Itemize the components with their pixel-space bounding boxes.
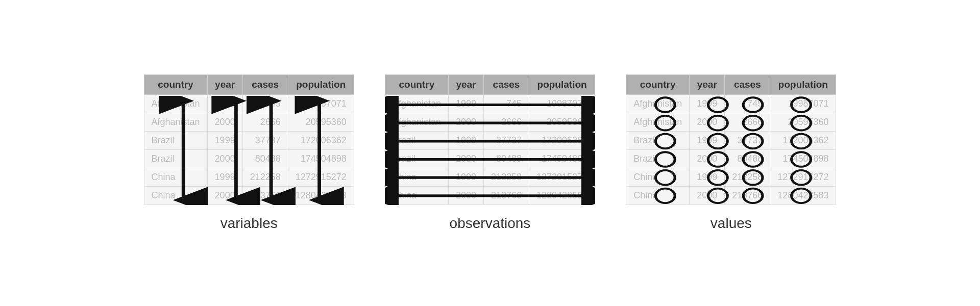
cell: 1280428583: [770, 187, 836, 205]
cell: 20595360: [529, 113, 595, 132]
cell: Brazil: [626, 132, 690, 150]
cell: 20595360: [288, 113, 354, 132]
cell: 2000: [448, 187, 483, 205]
cell: 212258: [242, 168, 288, 187]
table-row: Afghanistan 1999 745 19987071: [626, 95, 836, 113]
cell: 213766: [483, 187, 529, 205]
cell: 1999: [690, 132, 725, 150]
cell: 213766: [242, 187, 288, 205]
table-row: China 2000 213766 1280428583: [144, 187, 354, 205]
table-row: Brazil 1999 37737 172006362: [144, 132, 354, 150]
cell: 37737: [242, 132, 288, 150]
col-header-cases3: cases: [725, 75, 770, 95]
cell: 2666: [483, 113, 529, 132]
cell: 2000: [690, 113, 725, 132]
cell: 20595360: [770, 113, 836, 132]
col-header-population: population: [288, 75, 354, 95]
col-header-year: year: [207, 75, 242, 95]
table-row: Afghanistan 2000 2666 20595360: [385, 113, 595, 132]
table-row: Brazil 1999 37737 172006362: [626, 132, 836, 150]
table-row: Brazil 1999 37737 172006362: [385, 132, 595, 150]
cell: 19987071: [529, 95, 595, 113]
cell: 212258: [725, 168, 770, 187]
cell: Brazil: [385, 132, 448, 150]
cell: Brazil: [385, 150, 448, 168]
cell: China: [144, 168, 207, 187]
cell: China: [385, 187, 448, 205]
col-header-cases: cases: [242, 75, 288, 95]
cell: 745: [242, 95, 288, 113]
table-row: Afghanistan 2000 2666 20595360: [144, 113, 354, 132]
cell: 1272915272: [770, 168, 836, 187]
cell: 172006362: [288, 132, 354, 150]
observations-table: country year cases population Afghanista…: [385, 74, 595, 205]
cell: 745: [483, 95, 529, 113]
col-header-year3: year: [690, 75, 725, 95]
cell: 745: [725, 95, 770, 113]
values-panel: country year cases population Afghanista…: [626, 74, 836, 232]
cell: 37737: [483, 132, 529, 150]
col-header-population2: population: [529, 75, 595, 95]
values-table: country year cases population Afghanista…: [626, 74, 836, 205]
cell: 2000: [690, 150, 725, 168]
table-row: China 1999 212258 1272915272: [626, 168, 836, 187]
table-row: China 1999 212258 1272915272: [144, 168, 354, 187]
cell: 1999: [448, 132, 483, 150]
cell: Afghanistan: [626, 95, 690, 113]
cell: 213766: [725, 187, 770, 205]
cell: 1272915272: [529, 168, 595, 187]
col-header-year2: year: [448, 75, 483, 95]
cell: 80488: [242, 150, 288, 168]
cell: 174504898: [529, 150, 595, 168]
cell: Brazil: [626, 150, 690, 168]
cell: 80488: [725, 150, 770, 168]
variables-table: country year cases population Afghanista…: [144, 74, 354, 205]
values-label: values: [710, 215, 752, 232]
cell: 172006362: [529, 132, 595, 150]
table-row: China 2000 213766 1280428583: [385, 187, 595, 205]
cell: Afghanistan: [385, 95, 448, 113]
cell: China: [626, 168, 690, 187]
cell: 1999: [448, 168, 483, 187]
cell: 2000: [448, 150, 483, 168]
cell: 2666: [725, 113, 770, 132]
cell: 80488: [483, 150, 529, 168]
cell: 19987071: [288, 95, 354, 113]
cell: Brazil: [144, 132, 207, 150]
cell: Afghanistan: [144, 113, 207, 132]
cell: 174504898: [770, 150, 836, 168]
table-row: Afghanistan 1999 745 19987071: [144, 95, 354, 113]
cell: 1280428583: [529, 187, 595, 205]
table-row: China 2000 213766 1280428583: [626, 187, 836, 205]
cell: China: [144, 187, 207, 205]
cell: China: [385, 168, 448, 187]
cell: 19987071: [770, 95, 836, 113]
cell: 2000: [448, 113, 483, 132]
col-header-cases2: cases: [483, 75, 529, 95]
cell: 2000: [207, 113, 242, 132]
table-row: Brazil 2000 80488 174504898: [144, 150, 354, 168]
cell: 2000: [207, 150, 242, 168]
cell: 174504898: [288, 150, 354, 168]
observations-label: observations: [450, 215, 531, 232]
col-header-country3: country: [626, 75, 690, 95]
observations-panel: country year cases population Afghanista…: [385, 74, 595, 232]
table-row: China 1999 212258 1272915272: [385, 168, 595, 187]
variables-panel: country year cases population Afghanista…: [144, 74, 354, 232]
observations-table-wrapper: country year cases population Afghanista…: [385, 74, 595, 205]
cell: Afghanistan: [385, 113, 448, 132]
cell: Afghanistan: [626, 113, 690, 132]
table-row: Brazil 2000 80488 174504898: [385, 150, 595, 168]
cell: 1272915272: [288, 168, 354, 187]
cell: 1280428583: [288, 187, 354, 205]
table-row: Afghanistan 1999 745 19987071: [385, 95, 595, 113]
cell: 212258: [483, 168, 529, 187]
table-row: Brazil 2000 80488 174504898: [626, 150, 836, 168]
cell: 2000: [207, 187, 242, 205]
col-header-country: country: [144, 75, 207, 95]
cell: 172006362: [770, 132, 836, 150]
cell: Brazil: [144, 150, 207, 168]
cell: 2000: [690, 187, 725, 205]
cell: 1999: [207, 168, 242, 187]
cell: 37737: [725, 132, 770, 150]
